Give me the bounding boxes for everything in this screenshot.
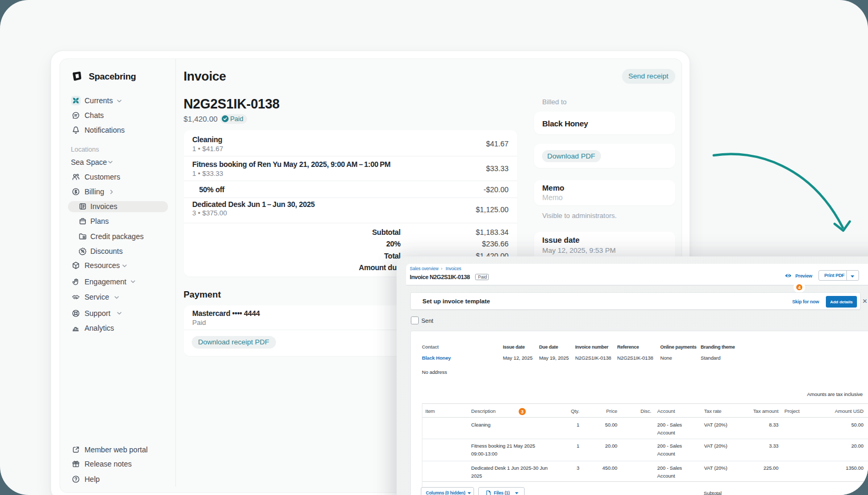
svg-text:3: 3 <box>521 409 524 414</box>
svg-text:4: 4 <box>798 284 801 290</box>
